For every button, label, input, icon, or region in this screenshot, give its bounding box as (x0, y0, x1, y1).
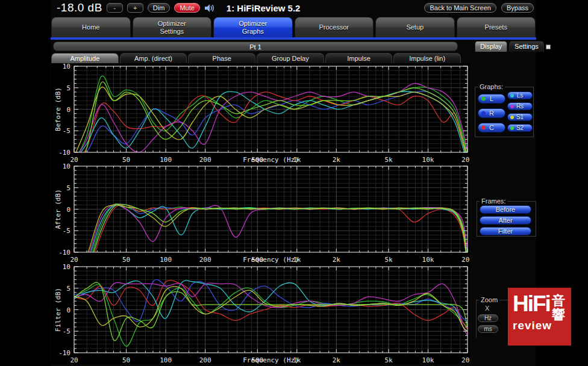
svg-text:Frequency (Hz): Frequency (Hz) (243, 356, 299, 364)
dim-button[interactable]: Dim (148, 3, 170, 13)
svg-text:Before (dB): Before (dB) (54, 87, 62, 131)
resize-grip-icon[interactable] (546, 45, 551, 49)
logo-hifi-text: HiFi (513, 294, 550, 321)
svg-text:0: 0 (66, 206, 70, 214)
title-bar: -18.0 dB - + Dim Mute 1: HiFiReview 5.2 … (51, 0, 536, 16)
svg-text:2k: 2k (333, 356, 341, 364)
tab-optimizer-graphs[interactable]: Optimizer Graphs (213, 17, 293, 37)
bypass-button[interactable]: Bypass (501, 3, 534, 13)
channel-r-color-dot (481, 111, 486, 116)
svg-text:50: 50 (122, 256, 130, 264)
mute-button[interactable]: Mute (174, 3, 199, 13)
svg-text:10k: 10k (422, 256, 434, 264)
screen: { "titlebar": { "volume": "-18.0 dB", "m… (0, 0, 588, 366)
zoom-x-label: X (485, 305, 489, 312)
hifi-review-logo: HiFi 音 響 review (508, 288, 571, 346)
zoom-ms-button[interactable]: ms (478, 325, 498, 333)
svg-text:-5: -5 (63, 327, 70, 335)
svg-text:20k: 20k (461, 256, 470, 264)
svg-text:Frequency (Hz): Frequency (Hz) (243, 256, 299, 264)
frame-button-filter[interactable]: Filter (480, 227, 531, 235)
svg-text:10: 10 (63, 264, 70, 271)
channel-button-c[interactable]: C (478, 123, 505, 132)
svg-text:200: 200 (199, 256, 211, 264)
svg-text:-10: -10 (58, 249, 70, 256)
channel-button-r[interactable]: R (478, 108, 505, 118)
svg-text:0: 0 (66, 106, 70, 114)
svg-text:10: 10 (63, 163, 70, 170)
tab-optimizer-settings[interactable]: Optimizer Settings (133, 17, 212, 37)
channel-l-color-dot (481, 97, 486, 101)
tab-amplitude[interactable]: Amplitude (51, 53, 119, 63)
filter-graph[interactable]: -10-5051020501002005001k2k5k10k20kFreque… (51, 264, 470, 364)
svg-text:20k: 20k (461, 356, 470, 364)
logo-cjk-text: 音 響 (552, 294, 565, 321)
svg-text:5: 5 (66, 184, 70, 192)
graphs-group: Graphs: L R C Ls Rs (475, 87, 534, 137)
svg-text:100: 100 (160, 356, 172, 364)
svg-text:-10: -10 (58, 349, 70, 357)
svg-text:100: 100 (160, 256, 172, 264)
tab-impulse-lin[interactable]: Impulse (lin) (393, 53, 461, 63)
frame-button-after[interactable]: After (480, 216, 531, 225)
frames-group: Frames: Before After Filter (477, 201, 536, 237)
svg-text:50: 50 (122, 356, 130, 364)
tab-amp-direct[interactable]: Amp. (direct) (120, 53, 187, 63)
svg-text:-5: -5 (63, 127, 70, 135)
svg-text:10k: 10k (422, 356, 434, 364)
tab-settings[interactable]: Settings (509, 41, 544, 52)
channel-s2-color-dot (510, 126, 514, 130)
svg-text:200: 200 (199, 356, 211, 364)
channel-button-ls[interactable]: Ls (507, 92, 533, 99)
svg-text:-10: -10 (58, 149, 70, 157)
tab-phase[interactable]: Phase (188, 53, 255, 63)
svg-text:5k: 5k (384, 256, 393, 264)
channel-button-l[interactable]: L (478, 94, 505, 104)
before-graph[interactable]: -10-5051020501002005001k2k5k10k20kFreque… (51, 63, 470, 164)
svg-text:5k: 5k (384, 356, 393, 364)
volume-down-button[interactable]: - (107, 3, 123, 13)
app-title: 1: HiFiReview 5.2 (227, 3, 301, 13)
frames-group-label: Frames: (480, 197, 507, 205)
volume-display: -18.0 dB (57, 1, 102, 14)
tab-processor[interactable]: Processor (295, 17, 374, 37)
svg-text:2k: 2k (333, 256, 341, 264)
back-to-main-screen-button[interactable]: Back to Main Screen (424, 3, 496, 13)
svg-text:Filter (dB): Filter (dB) (54, 288, 62, 332)
channel-ls-color-dot (510, 94, 514, 98)
svg-text:20: 20 (70, 256, 78, 264)
tab-setup[interactable]: Setup (375, 17, 455, 37)
svg-text:5: 5 (66, 285, 70, 293)
channel-c-color-dot (481, 126, 486, 130)
svg-text:After (dB): After (dB) (54, 189, 62, 229)
tab-impulse[interactable]: Impulse (325, 53, 393, 63)
measurement-point-bar[interactable]: Pt 1 (53, 42, 458, 51)
tab-group-delay[interactable]: Group Delay (257, 53, 324, 63)
svg-text:20: 20 (70, 356, 78, 364)
volume-up-button[interactable]: + (127, 3, 143, 13)
channel-button-rs[interactable]: Rs (507, 102, 533, 110)
active-tab-strip (51, 37, 536, 40)
channel-rs-color-dot (510, 105, 514, 108)
panel-tab-bar: Display Settings (475, 41, 551, 52)
frame-button-before[interactable]: Before (480, 205, 531, 214)
channel-button-s2[interactable]: S2 (507, 124, 533, 132)
speaker-icon (204, 4, 216, 13)
tab-home[interactable]: Home (51, 17, 131, 37)
app-window: -18.0 dB - + Dim Mute 1: HiFiReview 5.2 … (51, 0, 536, 366)
main-tab-bar: Home Optimizer Settings Optimizer Graphs… (51, 16, 536, 37)
tab-display[interactable]: Display (475, 41, 507, 52)
zoom-group-label: Zoom (479, 296, 499, 303)
svg-text:0: 0 (66, 306, 70, 314)
svg-text:-5: -5 (63, 227, 70, 235)
tab-presets[interactable]: Presets (457, 17, 536, 37)
after-graph[interactable]: -10-5051020501002005001k2k5k10k20kFreque… (51, 163, 470, 264)
graphs-group-label: Graphs: (478, 83, 505, 90)
channel-button-s1[interactable]: S1 (507, 113, 533, 121)
zoom-hz-button[interactable]: Hz (478, 314, 498, 322)
svg-text:5: 5 (66, 84, 70, 92)
svg-text:10: 10 (63, 63, 70, 70)
graph-type-tab-bar: Amplitude Amp. (direct) Phase Group Dela… (51, 53, 461, 63)
channel-s1-color-dot (510, 116, 514, 119)
